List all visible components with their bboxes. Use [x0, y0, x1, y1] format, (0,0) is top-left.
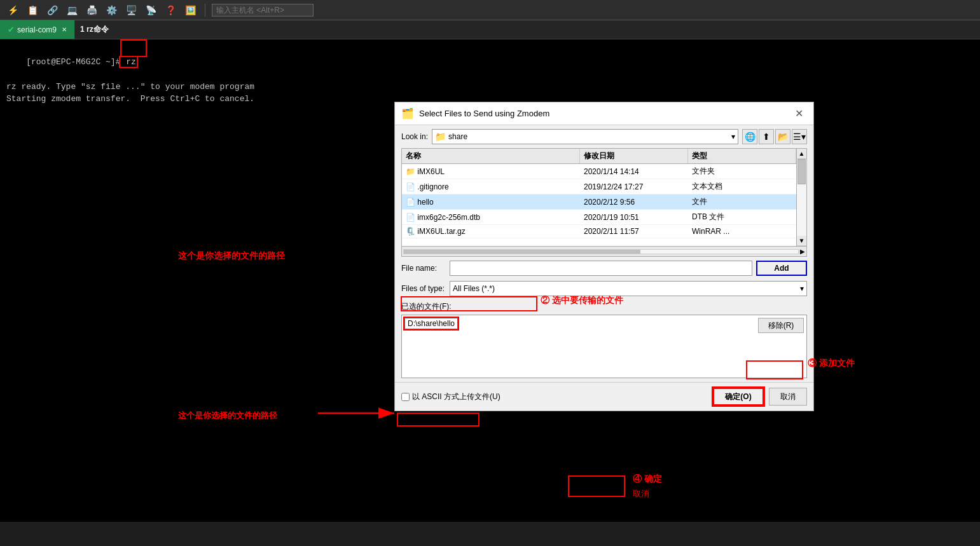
file-type-hello: 文件 [688, 195, 796, 209]
terminal-command-rz: rz [120, 57, 136, 67]
file-date-hello: 2020/2/12 9:56 [580, 196, 688, 208]
copy-icon[interactable]: 📋 [25, 4, 41, 17]
lookin-buttons: 🌐 ⬆ 📂 ☰▾ [742, 129, 807, 144]
lookin-label: Look in: [401, 132, 428, 141]
file-row-gitignore[interactable]: 📄 .gitignore 2019/12/24 17:27 文本文档 [402, 179, 796, 195]
lookin-value: share [448, 132, 467, 141]
vscroll-up-arrow[interactable]: ▲ [797, 149, 806, 159]
col-type-header: 类型 [688, 149, 796, 163]
file-date-gitignore: 2019/12/24 17:27 [580, 181, 688, 193]
file-name-imx6ul: 📁 iMX6UL [402, 165, 580, 178]
hscroll-track [403, 249, 799, 254]
hostname-input[interactable] [212, 4, 314, 17]
remove-button[interactable]: 移除(R) [758, 318, 804, 333]
gear-icon[interactable]: ⚙️ [104, 4, 120, 17]
file-list-vscrollbar[interactable]: ▲ ▼ [797, 148, 807, 247]
file-type-imx6ul: 文件夹 [688, 164, 796, 179]
bolt-icon[interactable]: ⚡ [5, 4, 21, 17]
terminal-line-2: rz ready. Type "sz file ..." to your mod… [6, 81, 974, 93]
file-date-dtb: 2020/1/19 10:51 [580, 211, 688, 224]
dialog-title-icon: 🗂️ [401, 107, 414, 119]
filetype-combo[interactable]: All Files (*.*) ▾ [450, 281, 807, 296]
lookin-up-button[interactable]: ⬆ [759, 129, 774, 144]
file-list-header: 名称 修改日期 类型 [402, 149, 796, 164]
lookin-new-folder-button[interactable]: 📂 [775, 129, 790, 144]
file-date-targz: 2020/2/11 11:57 [580, 225, 688, 238]
vscroll-thumb [797, 159, 806, 184]
tab-close-button[interactable]: ✕ [62, 26, 67, 33]
lookin-combo-text: 📁 share [435, 132, 467, 142]
file-type-dtb: DTB 文件 [688, 210, 796, 224]
tab-check-icon: ✔ [8, 25, 15, 34]
filetype-label: Files of type: [401, 284, 446, 293]
dialog-close-button[interactable]: ✕ [791, 106, 807, 121]
filetype-chevron-icon: ▾ [800, 284, 804, 293]
selected-file-path: D:\share\hello [404, 318, 458, 329]
link-icon[interactable]: 🔗 [45, 4, 60, 17]
col-date-header: 修改日期 [580, 149, 688, 163]
file-name-dtb: 📄 imx6g2c-256m.dtb [402, 211, 580, 224]
filename-label: File name: [401, 264, 446, 273]
tabbar: ✔ serial-com9 ✕ 1 rz命令 [0, 20, 980, 39]
tab-rz-label: 1 rz命令 [80, 24, 109, 35]
hscroll-right-arrow[interactable]: ▶ [799, 248, 805, 255]
hscroll-thumb [404, 250, 640, 254]
terminal-icon[interactable]: 💻 [64, 4, 80, 17]
filename-input[interactable] [450, 261, 752, 276]
tab-name-label: serial-com9 [17, 25, 57, 34]
file-name-targz: 🗜️ iMX6UL.tar.gz [402, 225, 580, 238]
file-row-imx6ul[interactable]: 📁 iMX6UL 2020/1/14 14:14 文件夹 [402, 164, 796, 179]
file-type-targz: WinRAR ... [688, 225, 796, 238]
image-icon[interactable]: 🖼️ [183, 4, 198, 17]
tab-serial-com9[interactable]: ✔ serial-com9 ✕ [0, 20, 75, 39]
annotation-path-desc: 这个是你选择的文件的路径 [178, 249, 285, 263]
vscroll-track [797, 159, 806, 236]
filename-row: File name: Add [395, 257, 813, 280]
selected-files-box: D:\share\hello 移除(R) [401, 315, 807, 378]
terminal-line-1: [root@EPC-M6G2C ~]# rz [6, 43, 974, 81]
file-row-dtb[interactable]: 📄 imx6g2c-256m.dtb 2020/1/19 10:51 DTB 文… [402, 210, 796, 225]
file-list-hscrollbar[interactable]: ▶ [401, 247, 807, 257]
file-list-wrapper: 名称 修改日期 类型 📁 iMX6UL 2020/1/14 14:14 文件夹 … [401, 148, 807, 247]
vscroll-down-arrow[interactable]: ▼ [797, 236, 806, 246]
selected-files-label: 已选的文件(F): [401, 300, 807, 313]
file-type-gitignore: 文本文档 [688, 179, 796, 194]
dialog-title: 🗂️ Select Files to Send using Zmodem [401, 107, 549, 119]
col-name-header: 名称 [402, 149, 580, 163]
selected-files-section: 已选的文件(F): D:\share\hello 移除(R) [401, 300, 807, 378]
file-row-targz[interactable]: 🗜️ iMX6UL.tar.gz 2020/2/11 11:57 WinRAR … [402, 225, 796, 238]
print-icon[interactable]: 🖨️ [84, 4, 100, 17]
lookin-combo[interactable]: 📁 share ▾ [432, 129, 738, 144]
dialog-titlebar: 🗂️ Select Files to Send using Zmodem ✕ [395, 102, 813, 125]
ascii-checkbox-label[interactable]: 以 ASCII 方式上传文件(U) [401, 392, 500, 402]
ascii-checkbox[interactable] [401, 393, 410, 401]
terminal-prompt: [root@EPC-M6G2C ~]# [26, 57, 120, 67]
add-button[interactable]: Add [756, 261, 807, 276]
file-dialog: 🗂️ Select Files to Send using Zmodem ✕ L… [394, 102, 814, 411]
dialog-bottom: 以 ASCII 方式上传文件(U) 确定(O) 取消 [395, 382, 813, 411]
folder-icon: 📁 [435, 132, 446, 142]
file-row-hello[interactable]: 📄 hello 2020/2/12 9:56 文件 [402, 195, 796, 210]
filetype-row: Files of type: All Files (*.*) ▾ [395, 280, 813, 300]
file-date-imx6ul: 2020/1/14 14:14 [580, 165, 688, 178]
file-name-hello: 📄 hello [402, 196, 580, 208]
lookin-chevron-icon: ▾ [731, 132, 735, 141]
toolbar-separator [205, 4, 205, 17]
cancel-button[interactable]: 取消 [769, 388, 807, 406]
lookin-row: Look in: 📁 share ▾ 🌐 ⬆ 📂 ☰▾ [395, 125, 813, 148]
dialog-title-text: Select Files to Send using Zmodem [419, 109, 549, 118]
help-icon[interactable]: ❓ [163, 4, 179, 17]
file-name-gitignore: 📄 .gitignore [402, 181, 580, 193]
ok-button[interactable]: 确定(O) [713, 388, 764, 406]
filetype-value: All Files (*.*) [453, 284, 495, 293]
file-list: 名称 修改日期 类型 📁 iMX6UL 2020/1/14 14:14 文件夹 … [401, 148, 797, 247]
signal-icon[interactable]: 📡 [143, 4, 159, 17]
ascii-label-text: 以 ASCII 方式上传文件(U) [412, 392, 500, 402]
lookin-back-button[interactable]: 🌐 [742, 129, 757, 144]
annotation-arrow [178, 249, 394, 287]
monitor-icon[interactable]: 🖥️ [123, 4, 139, 17]
toolbar: ⚡ 📋 🔗 💻 🖨️ ⚙️ 🖥️ 📡 ❓ 🖼️ [0, 0, 980, 20]
lookin-view-button[interactable]: ☰▾ [792, 129, 807, 144]
